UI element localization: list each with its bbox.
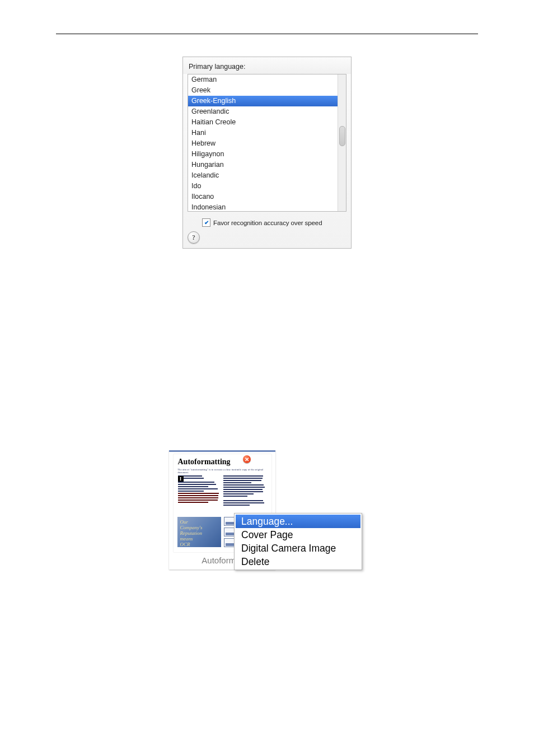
doc-charts (224, 517, 235, 549)
favor-accuracy-row: ✔ Favor recognition accuracy over speed (183, 215, 351, 229)
lang-option[interactable]: Indonesian (188, 202, 338, 211)
primary-language-label: Primary language: (183, 57, 351, 74)
lang-option[interactable]: Hiligaynon (188, 149, 338, 160)
doc-subtitle: The aim of "autoformatting" is to recrea… (178, 468, 267, 474)
lang-option[interactable]: Hani (188, 128, 338, 138)
scrollbar-thumb[interactable] (339, 126, 345, 146)
lang-option[interactable]: Ilocano (188, 192, 338, 202)
lang-option[interactable]: German (188, 74, 338, 85)
primary-language-panel: Primary language: German Greek Greek-Eng… (182, 57, 352, 249)
doc-title: Autoformatting (178, 458, 271, 466)
menu-item-digital-camera-image[interactable]: Digital Camera Image (236, 542, 360, 555)
context-menu[interactable]: Language... Cover Page Digital Camera Im… (234, 513, 362, 570)
language-listbox[interactable]: German Greek Greek-English Greenlandic H… (188, 74, 346, 212)
menu-item-language[interactable]: Language... (236, 515, 360, 528)
lang-option[interactable]: Icelandic (188, 170, 338, 181)
doc-photo: Our Company's Reputation means OCR (177, 517, 221, 547)
lang-option[interactable]: Hungarian (188, 160, 338, 170)
language-listbox-inner: German Greek Greek-English Greenlandic H… (188, 74, 338, 211)
doc-text-columns: I (178, 475, 267, 507)
lang-option-selected[interactable]: Greek-English (188, 96, 338, 106)
lang-option[interactable]: Haitian Creole (188, 117, 338, 128)
autoformat-figure: ✕ Autoformatting The aim of "autoformatt… (169, 450, 365, 570)
chart-icon (224, 528, 235, 536)
lang-option[interactable]: Hebrew (188, 138, 338, 149)
favor-accuracy-checkbox[interactable]: ✔ (202, 218, 210, 227)
scrollbar[interactable] (338, 74, 346, 211)
chart-icon (224, 538, 235, 547)
menu-item-delete[interactable]: Delete (236, 555, 360, 568)
favor-accuracy-label: Favor recognition accuracy over speed (213, 220, 322, 226)
lang-option[interactable]: Ido (188, 181, 338, 192)
chart-icon (224, 517, 235, 526)
doc-dropcap: I (178, 476, 184, 482)
lang-option[interactable]: Greenlandic (188, 106, 338, 117)
lang-option[interactable]: Greek (188, 85, 338, 96)
top-rule (56, 34, 478, 34)
help-icon[interactable]: ? (188, 231, 200, 244)
menu-item-cover-page[interactable]: Cover Page (236, 528, 360, 542)
close-icon[interactable]: ✕ (243, 455, 251, 463)
